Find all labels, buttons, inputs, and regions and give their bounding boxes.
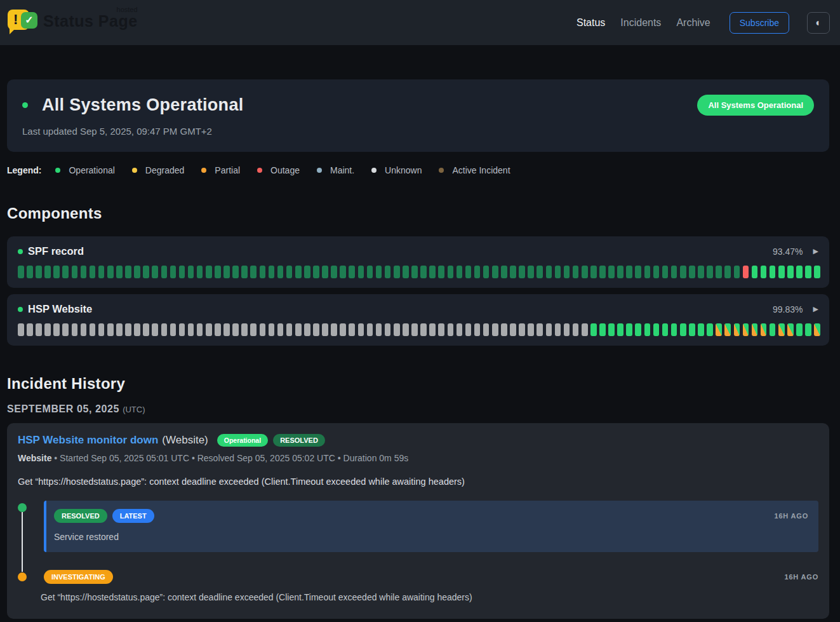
legend-item-unknown: Unknown	[371, 165, 422, 175]
uptime-bar-unknown	[340, 323, 346, 336]
uptime-bar-unknown	[232, 323, 239, 336]
uptime-bar-unknown	[474, 323, 481, 336]
uptime-bar-unknown	[322, 323, 328, 336]
uptime-bar-op_dim	[573, 266, 579, 278]
uptime-bar-unknown	[457, 323, 463, 336]
incident-card: HSP Website monitor down (Website) Opera…	[7, 423, 829, 619]
uptime-bar-unknown	[420, 323, 427, 336]
overall-status-badge: All Systems Operational	[697, 95, 814, 116]
uptime-bar-partial_mix	[716, 323, 722, 336]
uptime-bar-op_dim	[689, 266, 695, 278]
uptime-bar-unknown	[260, 323, 266, 336]
uptime-bar-unknown	[555, 323, 561, 336]
uptime-bar-unknown	[501, 323, 507, 336]
uptime-bar-op_dim	[599, 266, 606, 278]
uptime-bars	[18, 323, 818, 336]
components-heading: Components	[7, 205, 829, 222]
uptime-bar-unknown	[107, 323, 114, 336]
incident-date-heading: SEPTEMBER 05, 2025 (UTC)	[7, 403, 829, 415]
uptime-bar-op_dim	[617, 266, 623, 278]
uptime-bar-partial_mix	[778, 323, 785, 336]
legend-item-partial: Partial	[201, 165, 240, 175]
checkmark-icon: ✓	[21, 12, 37, 29]
uptime-bar-unknown	[143, 323, 149, 336]
subscribe-button[interactable]: Subscribe	[730, 12, 789, 34]
resolved-badge: RESOLVED	[54, 509, 107, 523]
uptime-bar-op_dim	[27, 266, 33, 278]
uptime-bar-op	[626, 323, 632, 336]
uptime-bar-op_dim	[36, 266, 42, 278]
uptime-bar-unknown	[116, 323, 123, 336]
uptime-bar-unknown	[573, 323, 579, 336]
uptime-bar-op	[796, 266, 803, 278]
uptime-bar-op_dim	[403, 266, 409, 278]
uptime-bar-op_dim	[724, 266, 731, 278]
component-uptime-percent: 99.83%	[773, 304, 803, 314]
uptime-bar-op	[608, 323, 615, 336]
uptime-bar-partial_mix	[724, 323, 731, 336]
uptime-bar-unknown	[429, 323, 436, 336]
expand-triangle-icon[interactable]: ▶	[813, 305, 818, 313]
uptime-bar-unknown	[18, 323, 24, 336]
uptime-bar-op_dim	[501, 266, 507, 278]
uptime-bar-op_dim	[260, 266, 266, 278]
outage-dot-icon	[257, 168, 262, 173]
uptime-bar-op_dim	[232, 266, 239, 278]
brand-logo[interactable]: ! ✓ Status Page hosted	[8, 8, 138, 37]
uptime-bar-unknown	[134, 323, 140, 336]
status-legend: Legend: Operational Degraded Partial Out…	[7, 165, 829, 175]
legend-item-label: Outage	[270, 165, 300, 175]
uptime-bar-op_dim	[197, 266, 203, 278]
uptime-bar-unknown	[206, 323, 212, 336]
uptime-bar-op	[805, 323, 811, 336]
component-card-spf-record: SPF record 93.47% ▶	[7, 236, 829, 288]
uptime-bar-unknown	[546, 323, 552, 336]
uptime-bar-unknown	[295, 323, 302, 336]
uptime-bar-unknown	[179, 323, 185, 336]
incident-title-link[interactable]: HSP Website monitor down	[18, 434, 158, 447]
uptime-bar-unknown	[250, 323, 257, 336]
uptime-bar-unknown	[269, 323, 275, 336]
uptime-bar-op_dim	[367, 266, 373, 278]
uptime-bar-unknown	[519, 323, 525, 336]
uptime-bar-op	[778, 266, 785, 278]
uptime-bar-unknown	[537, 323, 543, 336]
uptime-bar-unknown	[403, 323, 409, 336]
uptime-bar-op_dim	[72, 266, 78, 278]
legend-label: Legend:	[7, 165, 41, 175]
uptime-bar-op_dim	[582, 266, 588, 278]
timeline-timestamp: 16H AGO	[785, 573, 818, 581]
uptime-bar-unknown	[582, 323, 588, 336]
logo-speech-bubble-tail	[10, 28, 16, 34]
uptime-bar-unknown	[394, 323, 400, 336]
theme-toggle-button[interactable]: ◐	[807, 12, 830, 34]
uptime-bar-unknown	[241, 323, 248, 336]
nav-archive[interactable]: Archive	[676, 17, 710, 29]
uptime-bar-op_dim	[269, 266, 275, 278]
incident-state-badge: RESOLVED	[273, 434, 325, 447]
nav-incidents[interactable]: Incidents	[620, 17, 661, 29]
incident-date-timezone: (UTC)	[123, 405, 145, 414]
legend-item-label: Unknown	[385, 165, 422, 175]
operational-dot-icon	[55, 168, 60, 173]
uptime-bar-op	[635, 323, 641, 336]
uptime-bar-op_dim	[394, 266, 400, 278]
uptime-bar-unknown	[367, 323, 373, 336]
incident-history-heading: Incident History	[7, 375, 829, 393]
degraded-dot-icon	[132, 168, 137, 173]
uptime-bar-op_dim	[116, 266, 123, 278]
nav-status[interactable]: Status	[577, 17, 605, 29]
status-page-logo-icon: ! ✓	[8, 8, 38, 37]
expand-triangle-icon[interactable]: ▶	[813, 247, 818, 255]
component-name: HSP Website	[28, 303, 92, 315]
legend-item-operational: Operational	[55, 165, 114, 175]
uptime-bar-op_dim	[716, 266, 722, 278]
incident-description: Get “https://hostedstatus.page”: context…	[18, 477, 818, 487]
uptime-bar-op_dim	[179, 266, 185, 278]
uptime-bar-unknown	[385, 323, 391, 336]
uptime-bar-op_dim	[590, 266, 597, 278]
uptime-bar-unknown	[349, 323, 355, 336]
uptime-bar-op	[680, 323, 686, 336]
uptime-bar-unknown	[170, 323, 177, 336]
incident-meta: Website • Started Sep 05, 2025 05:01 UTC…	[18, 453, 818, 463]
